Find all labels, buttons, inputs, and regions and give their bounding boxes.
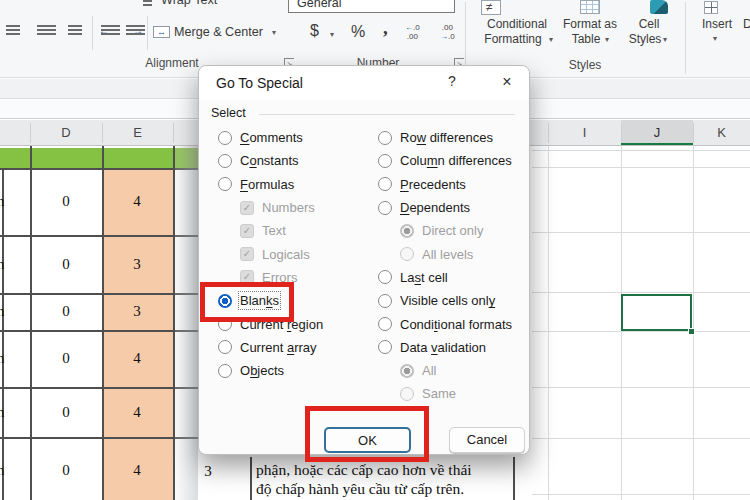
- accounting-chevron-icon[interactable]: ▾: [330, 30, 334, 39]
- cell-d-row3[interactable]: 0: [62, 303, 70, 320]
- wrap-text-icon: [143, 0, 157, 9]
- fill-handle[interactable]: [688, 328, 695, 335]
- label-column-differences: Column differences: [400, 153, 512, 168]
- ribbon-separator: [147, 16, 148, 50]
- cell-d-row4[interactable]: 0: [62, 350, 70, 367]
- format-as-table-button[interactable]: Format as: [563, 17, 617, 31]
- gridline: [548, 146, 549, 500]
- radio-last-cell[interactable]: [378, 270, 392, 284]
- dialog-option-precedents[interactable]: Precedents: [375, 173, 535, 196]
- number-format-dropdown[interactable]: General: [288, 0, 455, 13]
- dialog-option-data-validation[interactable]: Data validation: [375, 336, 535, 359]
- column-header-i[interactable]: I: [548, 120, 621, 145]
- radio-comments[interactable]: [218, 131, 232, 145]
- radio-conditional-formats[interactable]: [378, 317, 392, 331]
- dialog-option-dependents[interactable]: Dependents: [375, 196, 535, 219]
- insert-button[interactable]: Insert: [702, 17, 732, 31]
- orange-column-e: [103, 168, 174, 500]
- decrease-decimal-button[interactable]: .00→.0: [440, 23, 455, 41]
- radio-visible-cells-only[interactable]: [378, 294, 392, 308]
- format-as-table-chevron-icon: ▾: [605, 35, 609, 44]
- radio-column-differences[interactable]: [378, 154, 392, 168]
- radio-objects[interactable]: [218, 364, 232, 378]
- column-header-e[interactable]: E: [102, 120, 173, 145]
- cell-d-row5[interactable]: 0: [62, 404, 70, 421]
- wrap-text-button[interactable]: Wrap Text: [161, 0, 217, 7]
- column-header-k[interactable]: K: [693, 120, 750, 145]
- row-stub: n: [0, 303, 5, 320]
- cancel-button[interactable]: Cancel: [449, 427, 525, 453]
- radio-row-differences[interactable]: [378, 131, 392, 145]
- help-button[interactable]: ?: [443, 73, 461, 93]
- cell-e-row3[interactable]: 3: [133, 303, 141, 320]
- column-header-d[interactable]: D: [30, 120, 102, 145]
- align-center-button[interactable]: [37, 25, 56, 38]
- radio-all: [400, 364, 414, 378]
- radio-dependents[interactable]: [378, 201, 392, 215]
- delete-button-partial[interactable]: D: [743, 17, 750, 31]
- cell-e-row5[interactable]: 4: [133, 404, 141, 421]
- row-stub: n: [0, 462, 5, 479]
- decrease-decimal-top: .00: [442, 23, 453, 32]
- label-objects: Objects: [240, 363, 284, 378]
- alignment-group-label: Alignment: [145, 56, 198, 70]
- cell-e-row6[interactable]: 4: [133, 462, 141, 479]
- header-separator: [30, 123, 31, 143]
- radio-formulas[interactable]: [218, 177, 232, 191]
- table-border: [2, 168, 4, 500]
- dialog-option-visible-cells-only[interactable]: Visible cells only: [375, 289, 535, 312]
- dialog-option-objects[interactable]: Objects: [215, 359, 375, 382]
- dialog-option-comments[interactable]: Comments: [215, 126, 375, 149]
- comma-style-button[interactable]: ,: [383, 17, 388, 39]
- radio-precedents[interactable]: [378, 177, 392, 191]
- label-formulas: Formulas: [240, 177, 294, 192]
- radio-current-array[interactable]: [218, 340, 232, 354]
- dialog-option-last-cell[interactable]: Last cell: [375, 266, 535, 289]
- cell-e-row4[interactable]: 4: [133, 350, 141, 367]
- dialog-options-left-column: CommentsConstantsFormulas✓Numbers✓Text✓L…: [215, 126, 375, 382]
- column-header-j-selected[interactable]: J: [621, 120, 693, 145]
- conditional-formatting-button[interactable]: Conditional: [487, 17, 547, 31]
- increase-decimal-button[interactable]: ←.0.00: [405, 23, 420, 41]
- label-conditional-formats: Conditional formats: [400, 317, 512, 332]
- cell-e-row1[interactable]: 4: [133, 193, 141, 210]
- cell-d-row2[interactable]: 0: [62, 256, 70, 273]
- dialog-option-current-array[interactable]: Current array: [215, 336, 375, 359]
- label-constants: Constants: [240, 153, 299, 168]
- dialog-option-row-differences[interactable]: Row differences: [375, 126, 535, 149]
- go-to-special-dialog: Go To Special ? × Select CommentsConstan…: [198, 65, 530, 455]
- format-as-table-line2: Table: [572, 32, 601, 46]
- not-equal-glyph: ≠: [486, 0, 493, 14]
- selected-cell[interactable]: [621, 294, 692, 331]
- radio-constants[interactable]: [218, 154, 232, 168]
- cell-styles-button[interactable]: Cell: [639, 17, 660, 31]
- dialog-option-formulas[interactable]: Formulas: [215, 173, 375, 196]
- percent-style-button[interactable]: %: [351, 23, 365, 41]
- accounting-format-button[interactable]: $: [310, 22, 319, 40]
- dialog-option-conditional-formats[interactable]: Conditional formats: [375, 312, 535, 335]
- dialog-option-constants[interactable]: Constants: [215, 149, 375, 172]
- number-format-value: General: [297, 0, 341, 10]
- cell-f-bottom[interactable]: 3: [204, 463, 212, 480]
- label-numbers: Numbers: [262, 200, 315, 215]
- align-left-button[interactable]: [6, 25, 25, 38]
- gridline: [532, 150, 750, 151]
- conditional-formatting-line2: Formatting: [484, 32, 541, 46]
- label-direct-only: Direct only: [422, 223, 483, 238]
- cell-styles-icon: [650, 0, 668, 14]
- align-right-button[interactable]: [68, 25, 87, 38]
- insert-chevron-icon[interactable]: ▾: [713, 34, 717, 43]
- cell-e-row2[interactable]: 3: [133, 256, 141, 273]
- merge-center-button[interactable]: Merge & Center: [174, 25, 263, 39]
- dialog-shadow-veil: [175, 146, 198, 500]
- dialog-option-all-levels: All levels: [375, 242, 535, 265]
- cell-d-row1[interactable]: 0: [62, 193, 70, 210]
- dialog-option-column-differences[interactable]: Column differences: [375, 149, 535, 172]
- table-border: [250, 457, 252, 500]
- cell-d-row6[interactable]: 0: [62, 462, 70, 479]
- table-border: [0, 437, 198, 439]
- merge-center-chevron-icon[interactable]: ▾: [272, 28, 276, 37]
- close-icon[interactable]: ×: [496, 71, 518, 93]
- radio-data-validation[interactable]: [378, 340, 392, 354]
- decrease-decimal-arrow: →: [440, 32, 448, 41]
